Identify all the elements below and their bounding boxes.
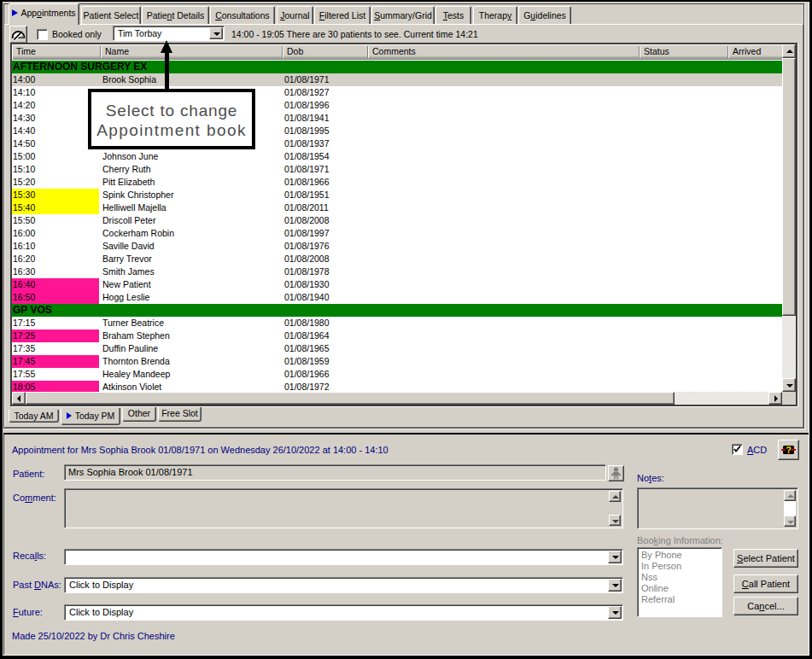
svg-text:?: ? [786, 445, 792, 455]
